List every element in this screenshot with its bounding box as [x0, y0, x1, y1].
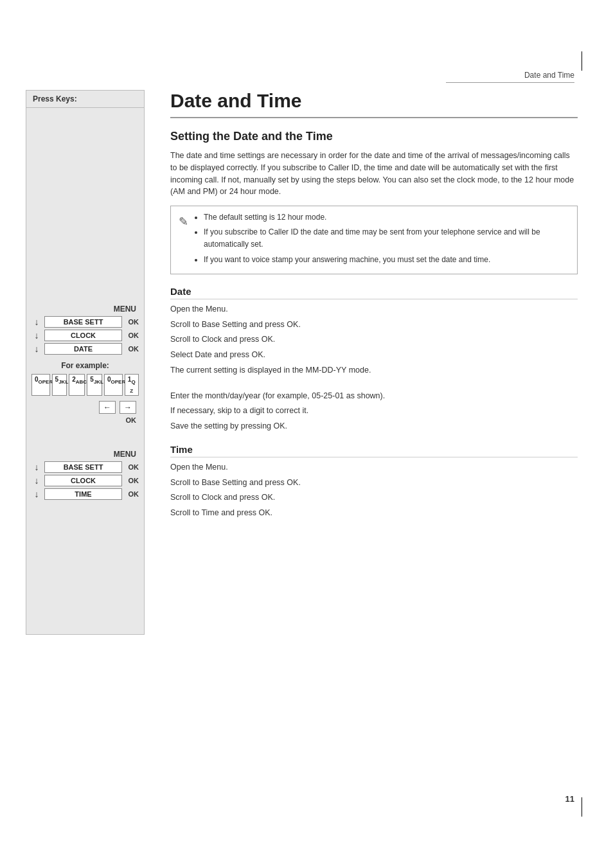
date-step-text-mmddy: The current setting is displayed in the … [170, 364, 578, 376]
time-right-step-basesett: Scroll to Base Setting and press OK. [170, 477, 578, 489]
page-header: Date and Time [446, 71, 574, 83]
key-5-2[interactable]: 5JKL [87, 374, 102, 396]
time-step-text-basesett: Scroll to Base Setting and press OK. [170, 477, 578, 489]
time-content-steps: Open the Menu. Scroll to Base Setting an… [170, 461, 578, 519]
key-2[interactable]: 2ABC [69, 374, 85, 396]
time-right-step-clock: Scroll to Clock and press OK. [170, 492, 578, 504]
step-label-date: DATE [44, 343, 122, 355]
step-label-basesett-2: BASE SETT [44, 461, 122, 473]
note-item-1: The default setting is 12 hour mode. [204, 211, 569, 224]
time-step-text-time: Scroll to Time and press OK. [170, 507, 578, 519]
date-step-row-clock: ↓ CLOCK OK [31, 330, 139, 341]
nav-arrows-row: ← → [31, 401, 139, 414]
date-step-text-menu: Open the Menu. [170, 303, 578, 315]
date-menu-label: MENU [31, 305, 139, 314]
time-steps-section: MENU ↓ BASE SETT OK ↓ CLOCK OK [26, 445, 144, 507]
key-0-1[interactable]: 0OPER [31, 374, 50, 396]
date-right-step-basesett: Scroll to Base Setting and press OK. [170, 319, 578, 331]
date-right-step-menu: Open the Menu. [170, 303, 578, 315]
margin-line-bottom [582, 797, 582, 817]
time-step-row-time: ↓ TIME OK [31, 488, 139, 500]
date-right-step-save: Save the setting by pressing OK. [170, 420, 578, 432]
date-step-row-basesett: ↓ BASE SETT OK [31, 316, 139, 328]
down-arrow-2: ↓ [31, 330, 42, 341]
key-0-2[interactable]: 0OPER [104, 374, 123, 396]
step-ok-final: OK [122, 416, 136, 424]
header-title: Date and Time [524, 71, 574, 80]
section-title-setting: Setting the Date and the Time [170, 130, 578, 143]
step-ok-3: OK [125, 345, 139, 353]
date-steps-area: MENU ↓ BASE SETT OK ↓ CLOCK OK [26, 299, 144, 432]
time-steps-area: MENU ↓ BASE SETT OK ↓ CLOCK OK [26, 445, 144, 507]
ok-only-row: OK [31, 416, 139, 424]
down-arrow-t1: ↓ [31, 462, 42, 472]
time-step-row-clock: ↓ CLOCK OK [31, 475, 139, 486]
down-arrow-t2: ↓ [31, 475, 42, 486]
date-content-steps: Open the Menu. Scroll to Base Setting an… [170, 303, 578, 432]
keypad-row: 0OPER 5JKL 2ABC 5JKL 0OPER 1Q Z [31, 374, 139, 396]
step-label-time: TIME [44, 488, 122, 500]
for-example-label: For example: [31, 361, 139, 370]
main-layout: Press Keys: MENU ↓ BASE SETT OK ↓ CLOCK [26, 90, 578, 635]
step-ok-t3: OK [125, 490, 139, 498]
step-label-clock-1: CLOCK [44, 330, 122, 341]
date-steps-section: MENU ↓ BASE SETT OK ↓ CLOCK OK [26, 299, 144, 432]
left-panel: MENU ↓ BASE SETT OK ↓ CLOCK OK [26, 108, 145, 635]
key-5-1[interactable]: 5JKL [52, 374, 67, 396]
date-right-step-enter: Enter the month/day/year (for example, 0… [170, 390, 578, 402]
page-number: 11 [565, 794, 574, 804]
page-title: Date and Time [170, 90, 578, 118]
date-step-text-skip: If necessary, skip to a digit to correct… [170, 405, 578, 417]
step-ok-t2: OK [125, 477, 139, 484]
date-step-row-date: ↓ DATE OK [31, 343, 139, 355]
note-item-3: If you want to voice stamp your answerin… [204, 254, 569, 266]
time-step-text-menu: Open the Menu. [170, 461, 578, 474]
spacer-1 [170, 380, 578, 390]
press-keys-label: Press Keys: [26, 90, 145, 108]
time-step-text-clock: Scroll to Clock and press OK. [170, 492, 578, 504]
note-icon: ✎ [179, 213, 188, 269]
date-right-step-date: Select Date and press OK. [170, 349, 578, 361]
date-right-step-clock: Scroll to Clock and press OK. [170, 333, 578, 346]
key-1[interactable]: 1Q Z [125, 374, 139, 396]
left-column: Press Keys: MENU ↓ BASE SETT OK ↓ CLOCK [26, 90, 154, 635]
down-arrow-3: ↓ [31, 344, 42, 354]
time-menu-label: MENU [31, 450, 139, 459]
date-right-step-skip: If necessary, skip to a digit to correct… [170, 405, 578, 417]
step-ok-1: OK [125, 318, 139, 326]
note-list: The default setting is 12 hour mode. If … [193, 211, 569, 266]
note-content: The default setting is 12 hour mode. If … [193, 211, 569, 269]
date-step-text-save: Save the setting by pressing OK. [170, 420, 578, 432]
date-step-text-basesett: Scroll to Base Setting and press OK. [170, 319, 578, 331]
step-ok-t1: OK [125, 463, 139, 471]
margin-line-top [582, 51, 582, 71]
right-column: Date and Time Setting the Date and the T… [154, 90, 578, 635]
date-step-text-clock: Scroll to Clock and press OK. [170, 333, 578, 346]
body-text: The date and time settings are necessary… [170, 150, 578, 198]
down-arrow-1: ↓ [31, 317, 42, 327]
nav-right-btn[interactable]: → [120, 401, 136, 414]
note-item-2: If you subscribe to Caller ID the date a… [204, 226, 569, 251]
date-step-text-date: Select Date and press OK. [170, 349, 578, 361]
time-step-row-basesett: ↓ BASE SETT OK [31, 461, 139, 473]
step-ok-2: OK [125, 332, 139, 339]
down-arrow-t3: ↓ [31, 489, 42, 499]
note-box: ✎ The default setting is 12 hour mode. I… [170, 206, 578, 274]
step-label-clock-2: CLOCK [44, 475, 122, 486]
time-right-step-time: Scroll to Time and press OK. [170, 507, 578, 519]
nav-left-btn[interactable]: ← [99, 401, 116, 414]
time-right-step-menu: Open the Menu. [170, 461, 578, 474]
time-section-title: Time [170, 444, 578, 457]
step-label-basesett-1: BASE SETT [44, 316, 122, 328]
date-right-step-mmddy: The current setting is displayed in the … [170, 364, 578, 376]
date-section-title: Date [170, 286, 578, 299]
date-step-text-enter: Enter the month/day/year (for example, 0… [170, 390, 578, 402]
